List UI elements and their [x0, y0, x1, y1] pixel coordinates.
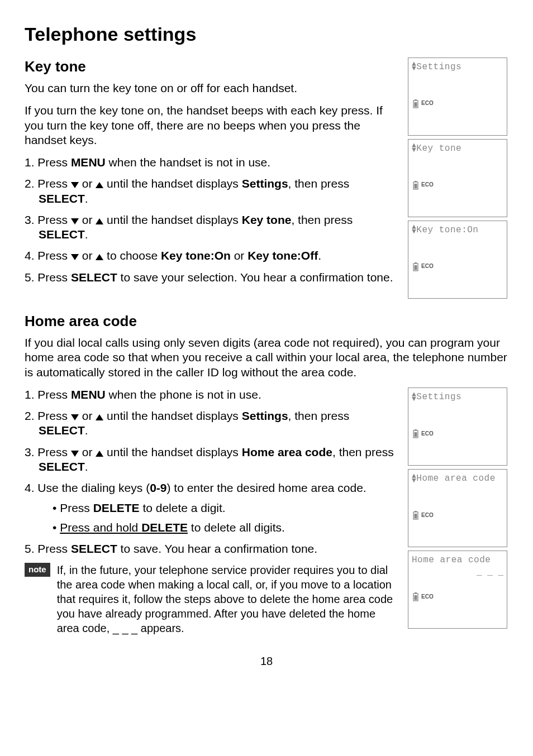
arrow-up-icon: [96, 451, 103, 457]
hac-step-3: 3. Press or until the handset displays H…: [25, 445, 398, 475]
arrow-up-icon: [96, 254, 103, 260]
battery-icon: [412, 592, 420, 601]
kt-step-4: 4. Press or to choose Key tone:On or Key…: [25, 248, 398, 263]
key-tone-intro: You can turn the key tone on or off for …: [25, 81, 398, 95]
hac-step-5: 5. Press SELECT to save. You hear a conf…: [25, 542, 398, 556]
hac-step-2: 2. Press or until the handset displays S…: [25, 409, 398, 438]
note-block: note If, in the future, your telephone s…: [25, 563, 398, 635]
svg-rect-8: [415, 265, 417, 270]
eco-label: ECO: [421, 430, 434, 438]
arrow-down-icon: [71, 414, 79, 420]
svg-rect-5: [415, 184, 417, 189]
eco-label: ECO: [421, 100, 434, 107]
arrow-down-icon: [71, 254, 79, 260]
battery-icon: [412, 181, 420, 190]
kt-step-3: 3. Press or until the handset displays K…: [25, 213, 398, 242]
kt-step-1: 1. Press MENU when the handset is not in…: [25, 155, 398, 170]
lcd-screen-settings: ▲▼Settings ECO: [408, 58, 507, 136]
svg-rect-17: [415, 595, 417, 600]
arrow-up-icon: [96, 182, 103, 188]
kt-step-2: 2. Press or until the handset displays S…: [25, 176, 398, 206]
lcd-screen-settings-2: ▲▼Settings ECO: [408, 387, 507, 466]
note-badge: note: [25, 563, 50, 577]
svg-rect-4: [415, 181, 417, 182]
battery-icon: [412, 99, 420, 108]
hac-sub-1: Press DELETE to delete a digit.: [53, 501, 398, 515]
eco-label: ECO: [421, 263, 434, 270]
hac-sub-2: Press and hold DELETE to delete all digi…: [53, 520, 398, 535]
lcd-screen-hac-menu: ▲▼Home area code ECO: [408, 469, 507, 547]
eco-label: ECO: [421, 594, 434, 601]
arrow-down-icon: [71, 182, 79, 188]
arrow-down-icon: [71, 451, 79, 457]
key-tone-desc: If you turn the key tone on, the handset…: [25, 103, 398, 147]
hac-step-4: 4. Use the dialing keys (0-9) to enter t…: [25, 481, 398, 535]
svg-rect-13: [415, 511, 417, 512]
note-text: If, in the future, your telephone servic…: [57, 563, 398, 635]
svg-rect-7: [415, 262, 417, 264]
battery-icon: [412, 429, 420, 438]
svg-rect-10: [415, 429, 417, 430]
svg-rect-14: [415, 514, 417, 519]
svg-rect-11: [415, 432, 417, 437]
arrow-up-icon: [96, 414, 103, 420]
arrow-up-icon: [96, 218, 103, 224]
lcd-screen-hac-entry: Home area code _ _ _ ECO: [408, 551, 507, 629]
page-number: 18: [25, 654, 508, 668]
battery-icon: [412, 262, 420, 271]
key-tone-heading: Key tone: [25, 58, 398, 76]
hac-heading: Home area code: [25, 312, 508, 331]
svg-rect-1: [415, 99, 417, 101]
hac-step-1: 1. Press MENU when the phone is not in u…: [25, 387, 398, 402]
eco-label: ECO: [421, 181, 434, 189]
svg-rect-16: [415, 592, 417, 594]
eco-label: ECO: [421, 512, 434, 519]
arrow-down-icon: [71, 218, 79, 224]
lcd-screen-key-tone: ▲▼Key tone ECO: [408, 139, 507, 217]
hac-desc: If you dial local calls using only seven…: [25, 336, 508, 380]
battery-icon: [412, 511, 420, 520]
page-title: Telephone settings: [25, 22, 508, 46]
svg-rect-2: [415, 102, 417, 107]
kt-step-5: 5. Press SELECT to save your selection. …: [25, 270, 398, 285]
lcd-screen-key-tone-on: ▲▼Key tone:On ECO: [408, 221, 507, 299]
